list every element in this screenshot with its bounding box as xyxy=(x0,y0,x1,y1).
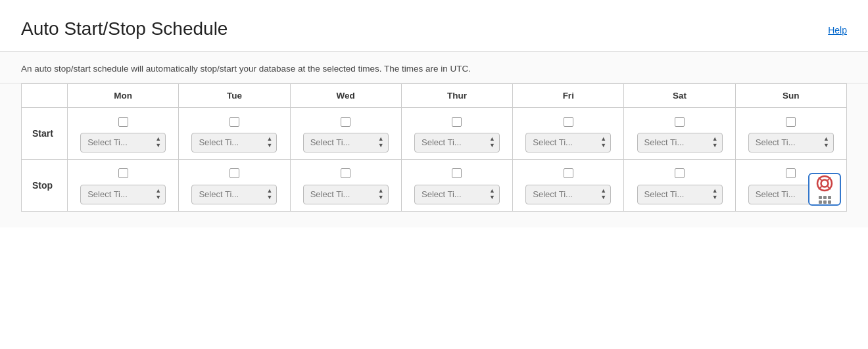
stop-tue-cell: Select Ti... ▲ ▼ xyxy=(179,159,290,211)
svg-point-1 xyxy=(821,179,829,187)
col-tue: Tue xyxy=(179,84,290,108)
col-sat: Sat xyxy=(624,84,735,108)
start-mon-checkbox-wrapper xyxy=(118,114,128,129)
start-thur-checkbox[interactable] xyxy=(452,117,462,127)
start-mon-cell: Select Ti... ▲ ▼ xyxy=(68,108,179,160)
stop-sat-checkbox[interactable] xyxy=(675,168,685,178)
start-mon-select[interactable]: Select Ti... ▲ ▼ xyxy=(80,133,166,152)
stop-sun-checkbox[interactable] xyxy=(786,168,796,178)
col-sun: Sun xyxy=(735,84,846,108)
col-thur: Thur xyxy=(401,84,512,108)
start-wed-checkbox[interactable] xyxy=(341,117,350,127)
help-floating-icon[interactable] xyxy=(808,173,841,206)
start-mon-select-text: Select Ti... xyxy=(87,137,128,147)
page-container: Auto Start/Stop Schedule Help An auto st… xyxy=(0,0,868,349)
start-sun-cell: Select Ti... ▲ ▼ xyxy=(735,108,846,160)
start-tue-checkbox[interactable] xyxy=(229,117,239,127)
start-sat-cell: Select Ti... ▲ ▼ xyxy=(624,108,735,160)
start-sat-select[interactable]: Select Ti... ▲ ▼ xyxy=(637,133,723,152)
empty-header xyxy=(22,84,68,108)
start-fri-select[interactable]: Select Ti... ▲ ▼ xyxy=(525,133,611,152)
start-row-label: Start xyxy=(22,108,68,160)
start-fri-checkbox[interactable] xyxy=(564,117,573,127)
stop-tue-checkbox[interactable] xyxy=(229,168,239,178)
col-mon: Mon xyxy=(68,84,179,108)
col-wed: Wed xyxy=(290,84,401,108)
schedule-table: Mon Tue Wed Thur Fri Sat Sun Start xyxy=(21,83,847,212)
start-tue-spinner[interactable]: ▲ ▼ xyxy=(267,136,273,149)
stop-sat-cell: Select Ti... ▲ ▼ xyxy=(624,159,735,211)
stop-mon-cell: Select Ti... ▲ ▼ xyxy=(68,159,179,211)
stop-row-label: Stop xyxy=(22,159,68,211)
stop-wed-checkbox[interactable] xyxy=(341,168,350,178)
start-wed-cell: Select Ti... ▲ ▼ xyxy=(290,108,401,160)
start-tue-inner: Select Ti... ▲ ▼ xyxy=(184,114,284,152)
stop-tue-select[interactable]: Select Ti... ▲ ▼ xyxy=(191,185,277,204)
start-sat-checkbox[interactable] xyxy=(675,117,685,127)
stop-wed-cell: Select Ti... ▲ ▼ xyxy=(290,159,401,211)
schedule-container: Mon Tue Wed Thur Fri Sat Sun Start xyxy=(0,83,868,227)
start-tue-select[interactable]: Select Ti... ▲ ▼ xyxy=(191,133,277,152)
col-fri: Fri xyxy=(513,84,624,108)
start-wed-select[interactable]: Select Ti... ▲ ▼ xyxy=(303,133,389,152)
start-mon-inner: Select Ti... ▲ ▼ xyxy=(73,114,173,152)
start-sun-select[interactable]: Select Ti... ▲ ▼ xyxy=(748,133,834,152)
stop-fri-cell: Select Ti... ▲ ▼ xyxy=(513,159,624,211)
stop-thur-select[interactable]: Select Ti... ▲ ▼ xyxy=(414,185,500,204)
stop-fri-select[interactable]: Select Ti... ▲ ▼ xyxy=(525,185,611,204)
start-thur-cell: Select Ti... ▲ ▼ xyxy=(401,108,512,160)
grid-icon xyxy=(819,196,831,204)
start-tue-cell: Select Ti... ▲ ▼ xyxy=(179,108,290,160)
start-mon-checkbox[interactable] xyxy=(118,117,128,127)
stop-wed-select[interactable]: Select Ti... ▲ ▼ xyxy=(303,185,389,204)
start-mon-spinner[interactable]: ▲ ▼ xyxy=(155,136,161,149)
page-title: Auto Start/Stop Schedule xyxy=(21,18,228,39)
stop-sat-select[interactable]: Select Ti... ▲ ▼ xyxy=(637,185,723,204)
help-link[interactable]: Help xyxy=(828,25,847,35)
header: Auto Start/Stop Schedule Help xyxy=(0,0,868,52)
start-fri-cell: Select Ti... ▲ ▼ xyxy=(513,108,624,160)
help-circle-icon xyxy=(816,175,833,195)
stop-mon-select[interactable]: Select Ti... ▲ ▼ xyxy=(80,185,166,204)
stop-row: Stop Select Ti... ▲ ▼ xyxy=(22,159,847,211)
start-row: Start Select Ti... ▲ ▼ xyxy=(22,108,847,160)
description-text: An auto stop/start schedule will automat… xyxy=(0,52,868,83)
stop-mon-checkbox[interactable] xyxy=(118,168,128,178)
start-thur-select[interactable]: Select Ti... ▲ ▼ xyxy=(414,133,500,152)
stop-sun-cell: Select Ti... ▲ ▼ xyxy=(735,159,846,211)
start-sun-checkbox[interactable] xyxy=(786,117,796,127)
table-header: Mon Tue Wed Thur Fri Sat Sun xyxy=(22,84,847,108)
start-mon-down-arrow[interactable]: ▼ xyxy=(155,143,161,149)
stop-thur-checkbox[interactable] xyxy=(452,168,462,178)
stop-fri-checkbox[interactable] xyxy=(564,168,573,178)
stop-thur-cell: Select Ti... ▲ ▼ xyxy=(401,159,512,211)
table-body: Start Select Ti... ▲ ▼ xyxy=(22,108,847,212)
